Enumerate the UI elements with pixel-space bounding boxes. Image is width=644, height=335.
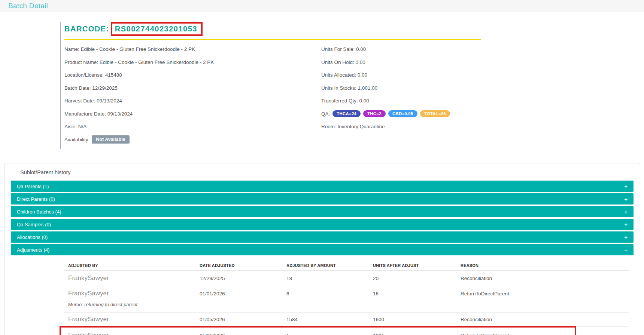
cell-date-adjusted: 01/21/2026 bbox=[200, 333, 286, 335]
qa-badge-thc: THC=2 bbox=[363, 110, 386, 117]
memo-text: returning to direct parent bbox=[84, 302, 137, 307]
batch-fields-right: Units For Sale: 0.00 Units On Hold: 0.00… bbox=[321, 46, 508, 149]
qa-badge-cbd: CBD=0.05 bbox=[388, 110, 417, 117]
cell-adjusted-by: FrankySawyer bbox=[68, 274, 200, 282]
cell-reason: Reconciliation bbox=[461, 276, 629, 281]
accordion-label: Allocations (0) bbox=[17, 234, 48, 240]
expand-icon: + bbox=[624, 196, 628, 202]
field-aisle: Aisle: N/A bbox=[64, 123, 321, 130]
qa-badge-total: TOTAL=26 bbox=[420, 110, 450, 117]
accordion-label: Qa Samples (0) bbox=[17, 222, 51, 227]
field-availability: Availability: Not Available bbox=[64, 136, 321, 143]
availability-badge: Not Available bbox=[92, 135, 129, 144]
cell-adjusted-by: FrankySawyer bbox=[68, 332, 200, 335]
accordion-adjustments[interactable]: Adjusments (4) − bbox=[11, 244, 634, 255]
batch-fields-left: Name: Edible - Cookie - Gluten Free Snic… bbox=[64, 46, 321, 149]
adjustments-table: ADJUSTED BY DATE ADJUSTED ADJUSTED BY AM… bbox=[64, 260, 629, 335]
column-header-reason: REASON bbox=[461, 263, 629, 268]
accordion-label: Adjusments (4) bbox=[17, 247, 49, 253]
cell-units-after: 16 bbox=[373, 291, 461, 296]
collapse-icon: − bbox=[624, 247, 628, 253]
expand-icon: + bbox=[624, 209, 628, 215]
cell-reason: ReturnToDirectParent bbox=[461, 333, 629, 335]
cell-date-adjusted: 01/05/2026 bbox=[200, 317, 286, 322]
barcode-label: BARCODE: bbox=[64, 25, 109, 33]
sublot-parent-history-card: Sublot/Parent history Qa Parents (1) + D… bbox=[4, 163, 640, 335]
cell-adjusted-amount: 1584 bbox=[286, 317, 373, 322]
field-units-on-hold: Units On Hold: 0.00 bbox=[321, 59, 508, 65]
qa-label: QA: bbox=[321, 111, 330, 117]
field-units-for-sale: Units For Sale: 0.00 bbox=[321, 46, 508, 52]
field-name: Name: Edible - Cookie - Gluten Free Snic… bbox=[64, 46, 321, 52]
cell-adjusted-amount: 6 bbox=[286, 291, 373, 296]
history-card-title: Sublot/Parent history bbox=[20, 169, 640, 175]
cell-adjusted-amount: 1 bbox=[286, 333, 373, 335]
qa-badge-thca: THCA=24 bbox=[332, 110, 361, 117]
column-header-date-adjusted: DATE ADJUSTED bbox=[200, 263, 286, 268]
field-batch-date: Batch Date: 12/29/2025 bbox=[64, 85, 321, 91]
cell-units-after: 1600 bbox=[373, 317, 461, 322]
field-transferred-qty: Transferred Qty: 0.00 bbox=[321, 98, 508, 104]
accordion-direct-parents[interactable]: Direct Parents (0) + bbox=[11, 193, 634, 205]
field-units-allocated: Units Allocated: 0.00 bbox=[321, 72, 508, 78]
availability-label: Availability: bbox=[64, 137, 89, 142]
cell-adjusted-amount: 18 bbox=[286, 276, 373, 281]
accordion-allocations[interactable]: Allocations (0) + bbox=[11, 231, 634, 243]
cell-date-adjusted: 12/29/2025 bbox=[200, 276, 286, 281]
page-header: Batch Detail bbox=[0, 0, 644, 12]
memo-label: Memo: bbox=[68, 302, 83, 307]
table-row: FrankySawyer 01/01/2026 6 16 ReturnToDir… bbox=[64, 286, 629, 313]
accordion-children-batches[interactable]: Children Batches (4) + bbox=[11, 206, 634, 217]
column-header-units-after-adjust: UNITS AFTER ADJUST bbox=[373, 263, 461, 268]
field-qa: QA: THCA=24 THC=2 CBD=0.05 TOTAL=26 bbox=[321, 111, 508, 117]
accordion-label: Qa Parents (1) bbox=[17, 184, 49, 189]
adjustments-table-header: ADJUSTED BY DATE ADJUSTED ADJUSTED BY AM… bbox=[64, 260, 629, 271]
accordion-qa-samples[interactable]: Qa Samples (0) + bbox=[11, 219, 634, 230]
accordion-label: Children Batches (4) bbox=[17, 209, 61, 215]
cell-reason: Reconciliation bbox=[461, 317, 629, 322]
accordion-qa-parents[interactable]: Qa Parents (1) + bbox=[11, 181, 634, 192]
memo-line: Memo: returning to direct parent bbox=[68, 301, 629, 312]
expand-icon: + bbox=[624, 222, 628, 227]
field-harvest-date: Harvest Date: 09/13/2024 bbox=[64, 98, 321, 104]
table-row-highlighted: FrankySawyer 01/21/2026 1 1001 ReturnToD… bbox=[64, 327, 629, 335]
field-product-name: Product Name: Edible - Cookie - Gluten F… bbox=[64, 59, 321, 65]
cell-units-after: 1001 bbox=[373, 333, 461, 335]
accordion-label: Direct Parents (0) bbox=[17, 196, 55, 202]
field-units-in-stocks: Units In Stocks: 1,001.00 bbox=[321, 85, 508, 91]
cell-adjusted-by: FrankySawyer bbox=[68, 316, 200, 323]
table-row: FrankySawyer 12/29/2025 18 20 Reconcilia… bbox=[64, 271, 629, 286]
page-title: Batch Detail bbox=[8, 2, 48, 10]
field-location-license: Location/License: 415488 bbox=[64, 72, 321, 78]
expand-icon: + bbox=[624, 184, 628, 189]
field-manufacture-date: Manufacture Date: 09/13/2024 bbox=[64, 111, 321, 117]
batch-detail-section: BARCODE: RS002744023201053 Name: Edible … bbox=[60, 22, 509, 149]
cell-date-adjusted: 01/01/2026 bbox=[200, 291, 286, 296]
cell-reason: ReturnToDirectParent bbox=[461, 291, 629, 296]
barcode-line: BARCODE: RS002744023201053 bbox=[64, 22, 509, 36]
field-room: Room: Inventory Quarantine bbox=[321, 123, 508, 130]
column-header-adjusted-by-amount: ADJUSTED BY AMOUNT bbox=[286, 263, 373, 268]
cell-units-after: 20 bbox=[373, 276, 461, 281]
barcode-value-highlighted: RS002744023201053 bbox=[111, 22, 203, 36]
expand-icon: + bbox=[624, 234, 628, 240]
table-row: FrankySawyer 01/05/2026 1584 1600 Reconc… bbox=[64, 313, 629, 327]
column-header-adjusted-by: ADJUSTED BY bbox=[68, 263, 200, 268]
cell-adjusted-by: FrankySawyer bbox=[68, 290, 200, 297]
